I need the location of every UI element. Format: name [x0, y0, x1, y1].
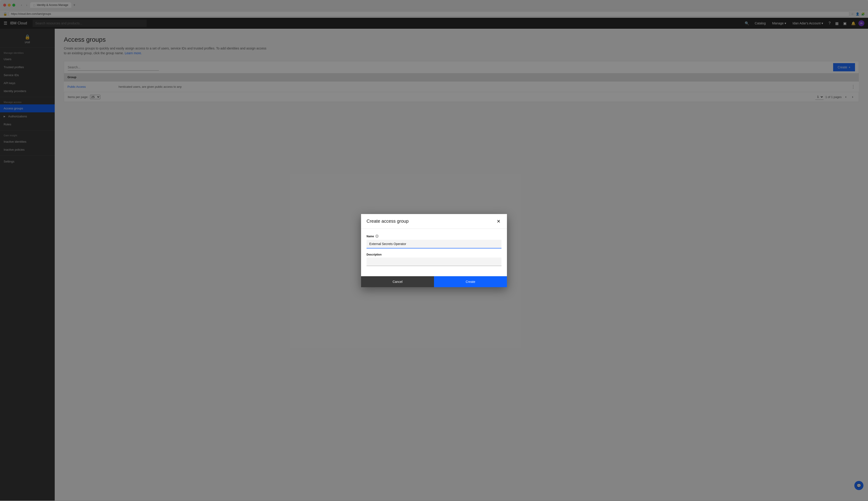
modal-create-button[interactable]: Create: [434, 276, 507, 287]
description-input[interactable]: [366, 258, 502, 266]
create-access-group-modal: Create access group ✕ Name ⓘ Description…: [361, 214, 507, 287]
name-form-group: Name ⓘ: [366, 234, 502, 248]
modal-close-button[interactable]: ✕: [496, 218, 502, 225]
modal-overlay: Create access group ✕ Name ⓘ Description…: [0, 0, 868, 501]
description-label: Description: [366, 253, 502, 256]
description-form-group: Description: [366, 253, 502, 266]
modal-header: Create access group ✕: [361, 214, 507, 229]
modal-body: Name ⓘ Description: [361, 229, 507, 276]
cancel-button[interactable]: Cancel: [361, 276, 434, 287]
name-info-icon[interactable]: ⓘ: [375, 234, 378, 238]
modal-footer: Cancel Create: [361, 276, 507, 287]
name-label: Name ⓘ: [366, 234, 502, 238]
name-input[interactable]: [366, 240, 502, 248]
modal-title: Create access group: [366, 218, 409, 224]
